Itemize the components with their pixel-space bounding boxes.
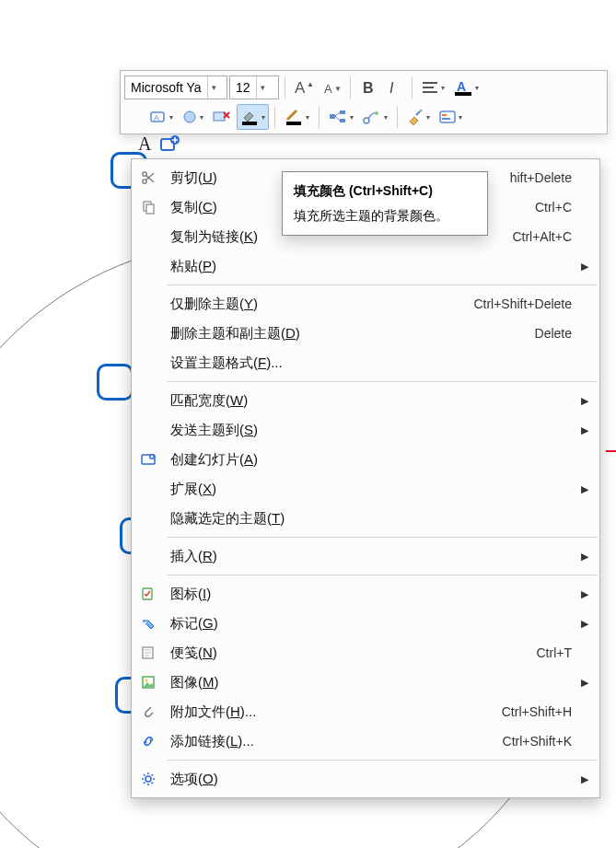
chevron-down-icon: ▾ xyxy=(384,113,388,122)
separator xyxy=(350,76,351,99)
menu-item[interactable]: 添加链接(L)...Ctrl+Shift+K xyxy=(132,726,599,756)
menu-item-label: 附加文件(H)... xyxy=(165,703,502,721)
menu-item-label: 创建幻灯片(A) xyxy=(165,451,572,469)
relationship-icon xyxy=(363,110,381,124)
menu-item-shortcut: Ctrl+C xyxy=(535,200,575,215)
menu-item-shortcut: Ctrl+Shift+Delete xyxy=(473,296,575,311)
add-topic-icon[interactable] xyxy=(160,135,180,154)
task-info-button[interactable]: ▾ xyxy=(436,104,466,130)
menu-item-label: 隐藏选定的主题(T) xyxy=(165,510,572,528)
line-color-button[interactable]: ▾ xyxy=(281,104,313,130)
menu-item-shortcut: Delete xyxy=(535,326,575,341)
menu-item-label: 插入(R) xyxy=(165,548,572,565)
menu-item-label: 添加链接(L)... xyxy=(165,733,503,750)
relationship-button[interactable]: ▾ xyxy=(359,104,391,130)
chevron-down-icon: ▾ xyxy=(441,84,445,92)
shrink-font-button[interactable]: A▼ xyxy=(319,75,344,100)
menu-item[interactable]: 插入(R)▶ xyxy=(132,541,599,571)
grow-font-button[interactable]: A▲ xyxy=(291,75,317,100)
menu-item[interactable]: 创建幻灯片(A) xyxy=(132,445,599,474)
canvas-node xyxy=(97,364,134,401)
svg-text:A: A xyxy=(457,79,466,94)
svg-rect-29 xyxy=(442,118,450,120)
bold-button[interactable]: B xyxy=(356,75,380,100)
svg-rect-28 xyxy=(442,114,447,116)
submenu-arrow-icon: ▶ xyxy=(575,395,594,407)
submenu-arrow-icon: ▶ xyxy=(575,677,594,689)
menu-divider xyxy=(167,537,598,538)
font-color-button[interactable]: A ▾ xyxy=(450,75,482,100)
menu-item[interactable]: 扩展(X)▶ xyxy=(132,474,599,504)
chevron-down-icon: ▾ xyxy=(207,76,220,99)
chevron-down-icon: ▾ xyxy=(200,113,203,122)
menu-item-label: 删除主题和副主题(D) xyxy=(165,325,535,343)
align-button[interactable]: ▾ xyxy=(418,75,448,100)
svg-line-23 xyxy=(335,116,340,121)
menu-item[interactable]: 发送主题到(S)▶ xyxy=(132,415,599,445)
menu-item[interactable]: 附加文件(H)...Ctrl+Shift+H xyxy=(132,697,599,726)
shape-icon xyxy=(182,110,197,124)
note-icon xyxy=(132,645,165,660)
menu-item-label: 发送主题到(S) xyxy=(165,422,572,439)
menu-item[interactable]: 匹配宽度(W)▶ xyxy=(132,386,599,415)
separator xyxy=(412,76,413,99)
menu-item[interactable]: 图标(I)▶ xyxy=(132,579,599,609)
menu-item[interactable]: 标记(G)▶ xyxy=(132,609,599,638)
svg-text:B: B xyxy=(363,80,374,96)
svg-rect-17 xyxy=(242,122,257,125)
separator xyxy=(274,106,275,128)
menu-item-label: 扩展(X) xyxy=(165,481,572,498)
svg-text:I: I xyxy=(389,80,394,96)
chevron-down-icon: ▾ xyxy=(475,84,479,92)
context-menu: 剪切(U)hift+Delete复制(C)Ctrl+C复制为链接(K)Ctrl+… xyxy=(131,158,600,798)
menu-item-label: 图像(M) xyxy=(165,674,572,691)
italic-button[interactable]: I xyxy=(382,75,406,100)
line-color-icon xyxy=(285,109,303,125)
menu-item-label: 匹配宽度(W) xyxy=(165,392,572,410)
topic-style-button[interactable]: A ▾ xyxy=(146,104,177,130)
menu-divider xyxy=(167,575,598,575)
menu-item[interactable]: 隐藏选定的主题(T) xyxy=(132,504,599,533)
chevron-down-icon: ▾ xyxy=(350,113,354,122)
scissors-icon xyxy=(132,170,165,185)
menu-item-label: 选项(O) xyxy=(165,771,572,788)
submenu-arrow-icon: ▶ xyxy=(575,588,594,600)
fill-color-button[interactable]: ▾ xyxy=(237,104,269,130)
svg-line-59 xyxy=(144,783,145,784)
font-name-combo[interactable]: Microsoft Ya ▾ xyxy=(124,76,227,99)
menu-item[interactable]: 便笺(N)Ctrl+T xyxy=(132,638,599,668)
menu-item-label: 粘贴(P) xyxy=(165,258,572,275)
format-painter-button[interactable]: ▾ xyxy=(403,104,434,130)
submenu-arrow-icon: ▶ xyxy=(575,551,594,563)
chevron-down-icon: ▾ xyxy=(426,113,430,122)
tooltip: 填充颜色 (Ctrl+Shift+C) 填充所选主题的背景颜色。 xyxy=(282,171,488,236)
separator xyxy=(319,106,320,128)
clip-icon xyxy=(132,704,165,719)
mini-toolbar-row-1: Microsoft Ya ▾ 12 ▾ A▲ A▼ B I ▾ A ▾ xyxy=(124,75,603,100)
svg-text:A: A xyxy=(324,82,332,96)
menu-item[interactable]: 设置主题格式(F)... xyxy=(132,348,599,378)
svg-point-13 xyxy=(184,111,195,122)
menu-item[interactable]: 粘贴(P)▶ xyxy=(132,251,599,281)
shape-button[interactable]: ▾ xyxy=(179,104,207,130)
svg-line-58 xyxy=(152,783,154,784)
submenu-arrow-icon: ▶ xyxy=(575,483,594,495)
submenu-arrow-icon: ▶ xyxy=(575,424,594,436)
tooltip-title: 填充颜色 (Ctrl+Shift+C) xyxy=(294,181,476,201)
menu-item[interactable]: 删除主题和副主题(D)Delete xyxy=(132,319,599,348)
svg-rect-19 xyxy=(330,114,335,119)
chevron-down-icon: ▾ xyxy=(169,113,173,122)
layout-button[interactable]: ▾ xyxy=(325,104,357,130)
menu-item-shortcut: hift+Delete xyxy=(510,170,575,185)
svg-line-60 xyxy=(152,774,154,776)
font-size-combo[interactable]: 12 ▾ xyxy=(229,76,279,99)
menu-item[interactable]: 选项(O)▶ xyxy=(132,764,599,794)
svg-line-22 xyxy=(335,112,340,116)
clear-format-button[interactable] xyxy=(209,104,235,130)
menu-item[interactable]: 图像(M)▶ xyxy=(132,668,599,697)
menu-item[interactable]: 仅删除主题(Y)Ctrl+Shift+Delete xyxy=(132,289,599,319)
image-icon xyxy=(132,675,165,690)
letter-a-icon: A xyxy=(138,134,151,155)
svg-point-51 xyxy=(145,680,148,682)
menu-item-label: 仅删除主题(Y) xyxy=(165,296,473,313)
